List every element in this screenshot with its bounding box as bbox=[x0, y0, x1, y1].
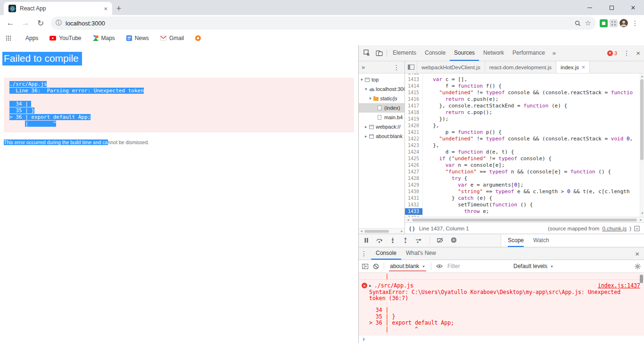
nav-item-static-js[interactable]: ▾static/js bbox=[359, 94, 405, 103]
scroll-right-icon[interactable]: ► bbox=[400, 229, 404, 233]
devtools-close-icon[interactable]: × bbox=[636, 49, 640, 57]
file-tab-webpackhotdevclient-js[interactable]: webpackHotDevClient.js bbox=[417, 61, 485, 73]
drawer-tab-what-s-new[interactable]: What's New bbox=[401, 247, 441, 260]
line-number[interactable]: 1418 bbox=[405, 109, 423, 116]
execution-context-select[interactable]: about:blank▼ bbox=[389, 261, 426, 271]
line-number[interactable]: 1421 bbox=[405, 129, 423, 136]
drawer-menu-icon[interactable]: ⋮ bbox=[361, 247, 371, 260]
file-tab-react-dom-development-js[interactable]: react-dom.development.js bbox=[485, 61, 556, 73]
line-number[interactable]: 1424 bbox=[405, 149, 423, 155]
more-tabs-icon[interactable]: » bbox=[549, 49, 559, 57]
pretty-print-button[interactable]: { } bbox=[409, 226, 415, 231]
line-number[interactable]: 1416 bbox=[405, 96, 423, 103]
window-maximize-button[interactable] bbox=[601, 0, 622, 15]
apps-grid-icon[interactable] bbox=[6, 35, 11, 41]
nav-item-top[interactable]: ▾top bbox=[359, 75, 405, 84]
step-into-button[interactable] bbox=[390, 237, 396, 245]
line-number[interactable]: 1430 bbox=[405, 188, 423, 195]
scrollbar-thumb[interactable] bbox=[364, 230, 389, 233]
log-levels-select[interactable]: Default levels▼ bbox=[513, 263, 553, 270]
browser-menu-icon[interactable]: ⋮ bbox=[630, 19, 640, 27]
console-prompt[interactable]: › bbox=[359, 335, 644, 343]
window-minimize-button[interactable] bbox=[579, 0, 601, 15]
tab-console[interactable]: Console bbox=[421, 45, 450, 61]
bookmark-news[interactable]: News bbox=[126, 35, 149, 41]
console-sidebar-button[interactable] bbox=[362, 264, 368, 269]
line-number[interactable]: 1426 bbox=[405, 162, 423, 169]
line-number[interactable]: 1423 bbox=[405, 142, 423, 149]
zoom-button[interactable] bbox=[574, 20, 581, 27]
error-count-badge[interactable]: ✕3 bbox=[607, 50, 617, 56]
navigator-hscrollbar[interactable]: ◄ ► bbox=[359, 228, 405, 234]
toggle-navigator-button[interactable] bbox=[405, 61, 417, 73]
step-out-button[interactable] bbox=[403, 237, 408, 245]
inspect-element-button[interactable] bbox=[361, 47, 373, 59]
line-number[interactable]: 1413 bbox=[405, 76, 423, 83]
scroll-right-icon[interactable]: ► bbox=[639, 218, 643, 221]
line-number[interactable]: 1433 bbox=[405, 208, 423, 215]
tab-network[interactable]: Network bbox=[479, 45, 508, 61]
scrollbar-thumb[interactable] bbox=[640, 275, 643, 283]
forward-button[interactable]: → bbox=[19, 16, 32, 30]
nav-item-webpack[interactable]: ▸webpack:// bbox=[359, 122, 405, 131]
extension-cors-icon[interactable] bbox=[600, 19, 608, 27]
drawer-close-icon[interactable]: × bbox=[632, 247, 642, 260]
site-info-button[interactable]: ⓘ bbox=[56, 19, 62, 27]
file-tab-index-js[interactable]: index.js× bbox=[556, 61, 590, 73]
scrollbar-thumb[interactable] bbox=[640, 79, 644, 160]
scroll-left-icon[interactable]: ◄ bbox=[360, 229, 363, 233]
line-number[interactable]: 1422 bbox=[405, 136, 423, 142]
new-tab-button[interactable]: + bbox=[112, 2, 125, 15]
tab-sources[interactable]: Sources bbox=[450, 45, 479, 61]
step-over-button[interactable] bbox=[376, 237, 383, 245]
editor-vscrollbar[interactable]: ▲ ▼ bbox=[640, 74, 644, 217]
bookmark-gmail[interactable]: Gmail bbox=[160, 35, 184, 41]
scrollbar-thumb[interactable] bbox=[412, 219, 637, 221]
nav-item-about-blank[interactable]: ▸about:blank bbox=[359, 131, 405, 141]
line-number[interactable]: 1429 bbox=[405, 182, 423, 188]
line-number[interactable]: 1414 bbox=[405, 83, 423, 90]
pane-tab-watch[interactable]: Watch bbox=[533, 234, 549, 247]
error-location-link[interactable]: index.js:1437 bbox=[598, 282, 640, 289]
line-number[interactable]: 1434 bbox=[405, 215, 423, 217]
line-number[interactable]: 1415 bbox=[405, 90, 423, 96]
editor-hscrollbar[interactable]: ◄ ► bbox=[405, 217, 644, 222]
line-number[interactable]: 1419 bbox=[405, 116, 423, 122]
drawer-tab-console[interactable]: Console bbox=[371, 247, 401, 260]
tab-elements[interactable]: Elements bbox=[388, 45, 421, 61]
nav-item-localhost-3000[interactable]: ▾localhost:3000 bbox=[359, 84, 405, 94]
nav-item-index[interactable]: (index) bbox=[359, 103, 405, 113]
scroll-left-icon[interactable]: ◄ bbox=[406, 218, 410, 221]
line-number[interactable]: 1427 bbox=[405, 169, 423, 175]
tab-performance[interactable]: Performance bbox=[508, 45, 549, 61]
scroll-down-icon[interactable]: ▼ bbox=[641, 212, 644, 215]
pane-tab-scope[interactable]: Scope bbox=[508, 234, 524, 247]
pause-button[interactable] bbox=[364, 237, 369, 245]
extension-icon[interactable] bbox=[610, 19, 618, 27]
bookmark-star-icon[interactable]: ☆ bbox=[585, 19, 591, 27]
line-number[interactable]: 1432 bbox=[405, 202, 423, 208]
pause-on-exceptions-button[interactable] bbox=[451, 237, 457, 245]
back-button[interactable]: ← bbox=[4, 16, 17, 30]
deactivate-breakpoints-button[interactable] bbox=[437, 237, 444, 245]
navigator-menu-icon[interactable]: ⋮ bbox=[391, 64, 402, 71]
nav-item-main-b4[interactable]: main.b4 bbox=[359, 113, 405, 122]
profile-avatar[interactable] bbox=[619, 19, 628, 27]
tab-close-icon[interactable]: × bbox=[582, 64, 585, 71]
navigator-more-icon[interactable]: » bbox=[362, 64, 365, 71]
scroll-up-icon[interactable]: ▲ bbox=[640, 74, 644, 78]
window-close-button[interactable]: ✕ bbox=[622, 0, 644, 15]
line-number[interactable]: 1417 bbox=[405, 103, 423, 109]
bookmark-maps[interactable]: Maps bbox=[93, 35, 115, 41]
device-toolbar-button[interactable] bbox=[373, 47, 385, 59]
step-button[interactable] bbox=[415, 237, 422, 245]
expand-triangle-icon[interactable]: ▶ bbox=[369, 284, 372, 288]
address-bar[interactable]: ⓘ localhost:3000 ☆ bbox=[51, 16, 596, 30]
live-expression-button[interactable] bbox=[436, 264, 443, 269]
console-filter-input[interactable] bbox=[447, 263, 509, 270]
line-number[interactable]: 1428 bbox=[405, 175, 423, 182]
status-corner-icon[interactable] bbox=[634, 226, 640, 231]
bookmark-apps[interactable]: Apps bbox=[23, 35, 38, 41]
bookmark-youtube[interactable]: YouTube bbox=[50, 35, 81, 41]
bookmark-icon[interactable] bbox=[195, 35, 201, 41]
